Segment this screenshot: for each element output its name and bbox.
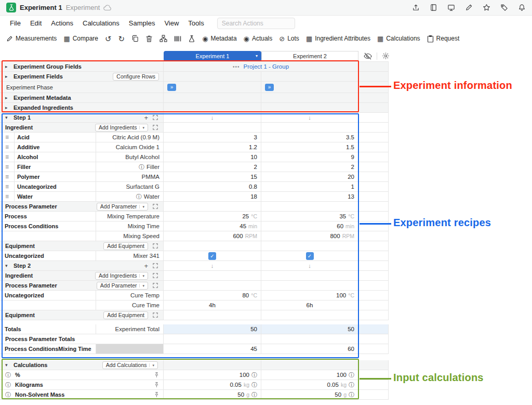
value-cell[interactable]: 45min — [164, 221, 261, 231]
value-cell[interactable]: 6h — [261, 301, 358, 310]
chevron-right-icon[interactable]: ▸ — [5, 64, 10, 69]
pin-icon[interactable] — [154, 391, 159, 398]
name-cell[interactable]: PMMA — [96, 172, 164, 181]
hide-columns-icon[interactable] — [364, 53, 372, 60]
undo-icon[interactable]: ↺ — [105, 35, 112, 43]
drag-handle-cell[interactable]: ≡ — [0, 133, 15, 142]
calculations-header-cell[interactable]: ▾CalculationsAdd Calculations▾ — [0, 360, 164, 370]
tab-experiment-1[interactable]: Experiment 1 ▾ — [164, 51, 261, 61]
section-header-cell[interactable]: ▸Expanded Ingredients — [0, 103, 164, 112]
name-cell[interactable]: Mixing Speed — [96, 231, 164, 241]
value-cell[interactable]: 800RPM — [261, 231, 358, 241]
value-cell[interactable]: 4h — [164, 301, 261, 310]
value-cell[interactable]: 3.5 — [261, 133, 358, 142]
info-icon[interactable]: ⓘ — [5, 371, 11, 379]
notebook-icon[interactable] — [430, 4, 437, 11]
checkbox-cell[interactable]: ✓ — [261, 251, 358, 260]
value-cell[interactable]: 1.2 — [164, 142, 261, 152]
info-icon[interactable]: ⓘ — [349, 391, 354, 399]
value-cell[interactable]: 0.05kgⓘ — [164, 380, 261, 389]
name-cell[interactable]: Mixing Time — [96, 221, 164, 231]
pin-icon[interactable] — [154, 372, 159, 378]
section-header-cell[interactable]: ▸Experiment FieldsConfigure Rows — [0, 72, 164, 81]
name-cell[interactable]: Butyl Alcohol — [96, 152, 164, 162]
menu-file[interactable]: File — [5, 18, 25, 29]
value-cell[interactable]: 50gⓘ — [261, 390, 358, 399]
chevron-down-icon[interactable]: ▾ — [5, 362, 10, 368]
copy-icon[interactable] — [131, 35, 139, 42]
ingredient-attributes-button[interactable]: ▦ Ingredient Attributes — [306, 35, 370, 42]
drag-handle-icon[interactable]: ≡ — [5, 183, 9, 190]
configure-rows-button[interactable]: Configure Rows — [113, 73, 159, 81]
category-cell[interactable]: Process Conditions — [0, 221, 96, 231]
name-cell[interactable]: ⓘFiller — [96, 162, 164, 172]
category-cell[interactable] — [0, 231, 96, 241]
drag-handle-icon[interactable]: ≡ — [5, 143, 9, 151]
expand-phase-button[interactable]: » — [167, 84, 176, 91]
value-cell[interactable]: 50 — [261, 324, 358, 334]
info-icon[interactable]: ⓘ — [136, 193, 142, 201]
menu-calculations[interactable]: Calculations — [78, 18, 124, 29]
drag-handle-icon[interactable]: ≡ — [5, 193, 9, 200]
name-cell[interactable]: Mixing Temperature — [96, 212, 164, 221]
category-cell[interactable]: Additive — [15, 142, 96, 152]
checkbox-checked[interactable]: ✓ — [306, 252, 314, 260]
drag-handle-icon[interactable]: ≡ — [5, 173, 9, 180]
notifications-icon[interactable] — [518, 4, 526, 11]
drag-handle-cell[interactable]: ≡ — [0, 162, 15, 172]
settings-gear-icon[interactable] — [382, 52, 390, 60]
section-header-cell[interactable]: ▸Experiment Group Fields — [0, 62, 164, 71]
value-cell[interactable]: 100ⓘ — [261, 370, 358, 380]
chevron-down-icon[interactable]: ▾ — [139, 126, 144, 129]
menu-actions[interactable]: Actions — [46, 18, 78, 29]
category-cell[interactable]: Process — [0, 212, 96, 221]
flask-icon[interactable] — [188, 35, 195, 43]
calculation-name-cell[interactable]: ⓘNon-Solvent Mass — [0, 390, 164, 399]
value-cell[interactable]: 100ⓘ — [164, 370, 261, 380]
name-cell[interactable]: Citric Acid (0.9 M) — [96, 133, 164, 142]
metadata-toggle[interactable]: ◉ Metadata — [202, 35, 236, 42]
add-items-button[interactable]: Add Ingredients▾ — [95, 124, 148, 132]
compare-button[interactable]: ▦ Compare — [63, 35, 98, 42]
share-icon[interactable] — [412, 4, 420, 11]
measurements-button[interactable]: Measurements — [6, 35, 57, 42]
menu-view[interactable]: View — [159, 18, 183, 29]
value-cell[interactable]: 20 — [261, 172, 358, 181]
info-icon[interactable]: ⓘ — [139, 163, 144, 171]
tag-icon[interactable] — [500, 4, 508, 11]
arrow-down-icon[interactable]: ↓ — [308, 263, 311, 269]
value-cell[interactable]: 10 — [164, 152, 261, 162]
info-icon[interactable]: ⓘ — [349, 381, 354, 389]
value-cell[interactable]: 100°C — [261, 291, 358, 300]
value-cell[interactable]: 600RPM — [164, 231, 261, 241]
request-button[interactable]: Request — [427, 35, 460, 43]
menu-edit[interactable]: Edit — [25, 18, 46, 29]
chevron-down-icon[interactable]: ▾ — [149, 363, 154, 367]
group-link[interactable]: Project 1 - Group — [243, 63, 289, 70]
expand-step-icon[interactable] — [153, 263, 158, 268]
barcode-icon[interactable] — [174, 35, 181, 42]
category-cell[interactable]: Polymer — [15, 172, 96, 181]
add-calculations-button[interactable]: Add Calculations▾ — [102, 361, 158, 369]
tab-experiment-2[interactable]: Experiment 2 — [261, 51, 358, 61]
step-header-cell[interactable]: ▾Step 2+ — [0, 261, 164, 270]
chevron-down-icon[interactable]: ▾ — [139, 284, 144, 288]
name-cell[interactable]: ⓘWater — [96, 192, 164, 201]
chevron-right-icon[interactable]: ▸ — [5, 95, 10, 100]
arrow-down-icon[interactable]: ↓ — [211, 114, 214, 121]
checkbox-checked[interactable]: ✓ — [208, 252, 216, 260]
add-items-button[interactable]: Add Parameter▾ — [97, 282, 148, 290]
edit-icon[interactable] — [465, 4, 473, 11]
expand-section-icon[interactable] — [153, 125, 158, 130]
value-cell[interactable]: 1.5 — [261, 142, 358, 152]
more-options-icon[interactable]: ••• — [233, 64, 240, 70]
value-cell[interactable]: 0.8 — [164, 182, 261, 191]
info-icon[interactable]: ⓘ — [251, 371, 257, 379]
name-cell[interactable]: Cure Temp — [96, 291, 164, 300]
arrow-down-icon[interactable]: ↓ — [308, 114, 311, 121]
category-cell[interactable] — [0, 301, 96, 310]
category-cell[interactable]: Water — [15, 192, 96, 201]
info-icon[interactable]: ⓘ — [349, 371, 354, 379]
drag-handle-icon[interactable]: ≡ — [5, 153, 9, 161]
step-header-cell[interactable]: ▾Step 1+ — [0, 113, 164, 122]
